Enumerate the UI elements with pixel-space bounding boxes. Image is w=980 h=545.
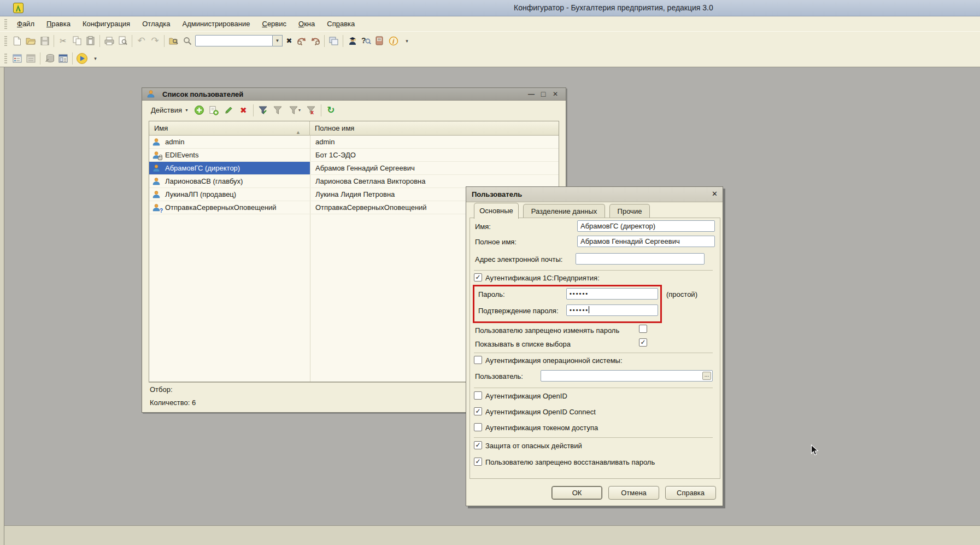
user-icon	[152, 164, 162, 173]
menu-bar: Файл Правка Конфигурация Отладка Админис…	[0, 16, 980, 31]
user-name: АбрамовГС (директор)	[165, 164, 240, 172]
separator	[324, 35, 325, 47]
user-list-title: Список пользователей	[162, 90, 243, 98]
menu-debug[interactable]: Отладка	[137, 18, 175, 30]
dialog-close-button[interactable]	[712, 190, 718, 198]
paste-icon[interactable]	[84, 34, 97, 48]
user-full-name: Ларионова Светлана Викторовна	[315, 177, 426, 185]
actions-menu-button[interactable]: Действия	[148, 104, 192, 116]
tab-main[interactable]: Основные	[474, 203, 519, 219]
separator	[343, 35, 343, 47]
cancel-button[interactable]: Отмена	[608, 486, 659, 500]
user-list-titlebar[interactable]: Список пользователей	[142, 88, 566, 101]
user-full-name: ОтправкаСерверныхОповещений	[315, 203, 427, 212]
open-document-icon[interactable]	[24, 34, 38, 48]
user-name: ОтправкаСерверныхОповещений	[165, 203, 277, 212]
about-icon[interactable]: i	[386, 34, 400, 48]
user-full-name: Лукина Лидия Петровна	[315, 190, 395, 198]
table-row[interactable]: admin admin	[149, 136, 559, 149]
column-header-fullname[interactable]: Полное имя	[310, 121, 559, 136]
filter-status-label: Отбор:	[150, 385, 173, 394]
separator	[164, 35, 165, 47]
set-filter-button[interactable]	[256, 104, 271, 117]
search-prev-icon[interactable]	[308, 34, 322, 48]
edit-user-button[interactable]	[221, 104, 236, 117]
filter-history-button[interactable]	[285, 104, 304, 117]
menu-help[interactable]: Справка	[321, 18, 360, 30]
toolbar-grip[interactable]	[4, 36, 7, 46]
start-debugging-button[interactable]	[75, 51, 89, 66]
column-name-label: Имя	[154, 124, 168, 132]
app-titlebar[interactable]: Конфигуратор - Бухгалтерия предприятия, …	[0, 0, 980, 16]
users-icon	[146, 90, 155, 98]
syntax-helper-icon[interactable]	[373, 34, 386, 48]
menu-service[interactable]: Сервис	[257, 18, 292, 30]
table-row-selected[interactable]: АбрамовГС (директор) Абрамов Геннадий Се…	[149, 162, 559, 175]
svg-text:x: x	[310, 109, 314, 115]
ok-button[interactable]: ОК	[551, 486, 602, 500]
search-combobox	[195, 35, 283, 46]
tab-other[interactable]: Прочие	[609, 204, 650, 218]
clear-filter-button[interactable]: x	[304, 104, 319, 117]
print-preview-icon[interactable]	[116, 34, 130, 48]
database-icon[interactable]	[43, 51, 56, 66]
table-header: Имя ▲ Полное имя	[149, 121, 559, 136]
menu-windows[interactable]: Окна	[293, 18, 320, 30]
menu-administration[interactable]: Администрирование	[177, 18, 256, 30]
user-dialog-titlebar[interactable]: Пользователь	[466, 187, 723, 202]
separator	[72, 52, 73, 65]
menu-configuration[interactable]: Конфигурация	[77, 18, 136, 30]
new-document-icon[interactable]	[10, 34, 24, 48]
app-logo-icon	[13, 3, 24, 13]
menubar-grip[interactable]	[4, 19, 7, 29]
copy-icon[interactable]	[70, 34, 84, 48]
delete-user-button[interactable]	[236, 104, 251, 117]
menu-file[interactable]: Файл	[11, 18, 40, 30]
print-icon[interactable]	[102, 34, 116, 48]
column-header-name[interactable]: Имя ▲	[149, 121, 310, 136]
user-full-name: Абрамов Геннадий Сергеевич	[315, 164, 415, 172]
search-clear-button[interactable]	[284, 35, 295, 46]
help-search-icon[interactable]: ?	[359, 34, 373, 48]
add-user-button[interactable]	[192, 104, 207, 117]
save-icon[interactable]	[38, 34, 51, 48]
syntax-check-icon[interactable]	[345, 34, 359, 48]
secondary-toolbar	[0, 50, 980, 67]
user-icon	[152, 190, 162, 199]
help-button[interactable]: Справка	[665, 486, 716, 500]
user-name: admin	[165, 138, 184, 146]
windows-icon[interactable]	[327, 34, 341, 48]
cut-icon[interactable]	[56, 34, 70, 48]
toolbar-overflow-button[interactable]	[400, 34, 414, 48]
user-name: EDIEvents	[165, 151, 198, 159]
redo-icon[interactable]	[148, 34, 162, 48]
search-dropdown-button[interactable]	[273, 35, 283, 46]
interface-window-icon[interactable]	[56, 51, 70, 66]
copy-user-button[interactable]	[207, 104, 221, 117]
close-button[interactable]	[549, 90, 561, 98]
undo-icon[interactable]	[134, 34, 148, 48]
debug-dropdown-button[interactable]	[89, 51, 102, 66]
status-bar	[4, 525, 980, 545]
filter-by-value-button[interactable]	[271, 104, 285, 117]
refresh-button[interactable]	[324, 104, 338, 117]
user-name: ЛарионоваСВ (главбух)	[165, 177, 243, 185]
user-question-icon: ?	[152, 203, 162, 212]
open-configuration-icon[interactable]	[10, 51, 24, 66]
tab-data-separation[interactable]: Разделение данных	[523, 204, 605, 218]
chevron-down-icon	[298, 108, 301, 113]
table-row[interactable]: EDIEvents Бот 1С-ЭДО	[149, 149, 559, 162]
find-icon[interactable]	[167, 34, 180, 48]
user-name: ЛукинаЛП (продавец)	[165, 190, 236, 198]
search-icon[interactable]	[180, 34, 194, 48]
search-input[interactable]	[195, 35, 273, 46]
search-next-icon[interactable]	[295, 34, 308, 48]
open-configuration-disabled-icon[interactable]	[24, 51, 38, 66]
user-dialog-title: Пользователь	[472, 190, 522, 198]
maximize-button[interactable]	[537, 90, 549, 98]
user-full-name: admin	[315, 138, 335, 146]
column-fullname-label: Полное имя	[315, 124, 354, 132]
toolbar-grip[interactable]	[4, 54, 7, 63]
minimize-button[interactable]	[525, 90, 537, 98]
menu-edit[interactable]: Правка	[41, 18, 76, 30]
